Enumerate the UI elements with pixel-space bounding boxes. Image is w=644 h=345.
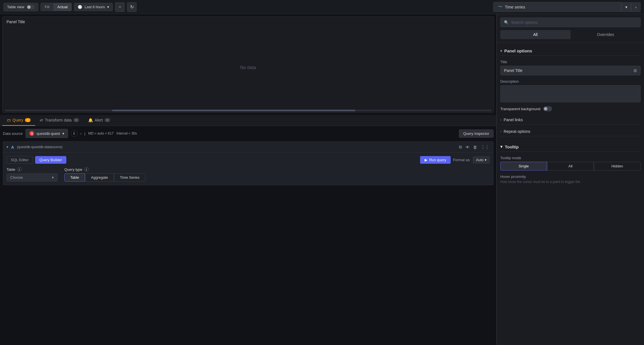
clock-icon: 🕐 (78, 5, 82, 9)
tab-query[interactable]: 🗃 Query 1 (2, 115, 35, 126)
tooltip-all-button[interactable]: All (547, 162, 594, 171)
tooltip-mode-field-row: Tooltip mode Single All Hidden (500, 156, 641, 171)
time-series-icon: 〜 (498, 4, 503, 10)
query-tab-label: Query (12, 118, 23, 122)
title-label: Title (500, 60, 641, 64)
meta-md: MD = auto = 617 (88, 131, 113, 135)
tooltip-chevron-icon: ▾ (500, 144, 503, 149)
time-chevron-icon: ▾ (107, 5, 109, 9)
panel-options-content: Title Panel Title ⊞ Description Transpar… (500, 60, 641, 136)
datasource-row: Data source Q questdb-quest ▾ ℹ › | MD =… (3, 129, 493, 138)
tooltip-content: Tooltip mode Single All Hidden Hover pro… (500, 156, 641, 184)
left-panel: Panel Title No data 🗃 Query 1 ⇄ Transfor… (0, 14, 497, 345)
datasource-chevron-icon: ▾ (62, 131, 64, 136)
tooltip-section-header[interactable]: ▾ Tooltip (500, 142, 641, 152)
collapse-icon[interactable]: ▾ (7, 145, 8, 149)
zoom-out-button[interactable]: − (115, 2, 125, 12)
more-options-button[interactable]: ⋮⋮ (480, 144, 490, 150)
query-editor: Data source Q questdb-quest ▾ ℹ › | MD =… (0, 126, 496, 345)
query-db-icon: 🗃 (7, 118, 11, 122)
format-select[interactable]: Auto ▾ (473, 156, 490, 163)
toggle-visibility-button[interactable]: 👁 (465, 144, 470, 150)
sql-editor-button[interactable]: SQL Editor (7, 156, 33, 164)
tooltip-hidden-button[interactable]: Hidden (594, 162, 641, 171)
title-field-row: Title Panel Title ⊞ (500, 60, 641, 75)
panel-title: Panel Title (3, 17, 494, 27)
query-datasource-name: (questdb-questdb-datasource) (17, 145, 63, 149)
panel-links-section[interactable]: › Panel links (500, 115, 641, 125)
format-row: Format as: Auto ▾ (453, 156, 490, 163)
description-field-row: Description (500, 79, 641, 102)
datasource-info-button[interactable]: ℹ (71, 130, 78, 137)
query-builder-button[interactable]: Query Builder (35, 156, 66, 164)
table-view-switch[interactable] (27, 5, 35, 9)
copy-query-button[interactable]: ⧉ (458, 144, 463, 150)
delete-query-button[interactable]: 🗑 (473, 144, 478, 150)
query-letter: A (11, 145, 14, 150)
tab-transform[interactable]: ⇄ Transform data 0 (35, 115, 84, 126)
tab-alert[interactable]: 🔔 Alert 0 (84, 115, 115, 126)
panel-options-chevron-icon: ▾ (500, 49, 502, 53)
transparent-bg-toggle[interactable] (543, 106, 552, 111)
table-select[interactable]: Choose ▾ (7, 173, 58, 182)
search-options-container: 🔍 (500, 18, 641, 27)
transform-icon: ⇄ (40, 118, 43, 122)
horizontal-scrollbar[interactable] (5, 110, 492, 111)
time-range-label: Last 6 hours (84, 5, 105, 9)
table-field-label: Table ℹ (7, 167, 58, 172)
datasource-select[interactable]: Q questdb-quest ▾ (26, 129, 68, 138)
run-icon: ▶ (425, 158, 427, 162)
query-type-label: Query type ℹ (64, 167, 145, 172)
scrollbar-thumb (112, 110, 355, 111)
query-type-info-icon[interactable]: ℹ (84, 167, 89, 172)
query-type-label-text: Query type (64, 167, 82, 172)
meta-bar-icon: | (84, 131, 85, 136)
meta-arrows-icon: › (80, 131, 82, 136)
tooltip-mode-label: Tooltip mode (500, 156, 641, 160)
run-query-button[interactable]: ▶ Run query (420, 156, 451, 164)
query-tab-badge: 1 (25, 118, 31, 122)
format-chevron-icon: ▾ (485, 158, 487, 162)
table-placeholder: Choose (10, 175, 23, 180)
query-type-timeseries-button[interactable]: Time Series (114, 173, 145, 182)
right-panel-header: 🔍 All Overrides (497, 14, 644, 43)
hover-proximity-label: Hover proximity (500, 174, 641, 179)
time-range-picker[interactable]: 🕐 Last 6 hours ▾ (74, 3, 113, 11)
transform-tab-badge: 0 (73, 118, 79, 122)
alert-tab-label: Alert (95, 118, 103, 122)
format-label: Format as: (453, 158, 471, 162)
description-input[interactable] (500, 85, 641, 102)
all-tab[interactable]: All (500, 30, 571, 39)
tooltip-mode-group: Single All Hidden (500, 162, 641, 171)
query-block-body: SQL Editor Query Builder ▶ Run query For… (3, 153, 493, 185)
panel-type-button[interactable]: 〜 Time series (493, 2, 621, 12)
panel-options-section-header[interactable]: ▾ Panel options (500, 46, 641, 56)
query-type-table-button[interactable]: Table (64, 173, 85, 182)
panel-type-dropdown[interactable]: ▾ (621, 2, 631, 12)
meta-interval: Interval = 30s (116, 131, 137, 135)
table-query-row: Table ℹ Choose ▾ Query type ℹ (7, 167, 490, 182)
actual-button[interactable]: Actual (53, 3, 71, 11)
query-block-actions: ⧉ 👁 🗑 ⋮⋮ (458, 144, 490, 150)
table-view-label: Table view (7, 5, 24, 9)
fill-actual-group: Fill Actual (41, 3, 72, 11)
panel-nav-next[interactable]: › (631, 2, 641, 12)
main-content: Panel Title No data 🗃 Query 1 ⇄ Transfor… (0, 14, 644, 345)
overrides-tab[interactable]: Overrides (571, 30, 641, 39)
datasource-label: Data source (3, 131, 23, 136)
fill-button[interactable]: Fill (41, 3, 54, 11)
refresh-button[interactable]: ↻ (127, 2, 137, 12)
title-input-icon: ⊞ (634, 68, 637, 73)
title-input[interactable]: Panel Title ⊞ (500, 66, 641, 75)
search-options-input[interactable] (511, 20, 637, 25)
query-type-field-group: Query type ℹ Table Aggregate Time Series (64, 167, 145, 182)
repeat-options-section[interactable]: › Repeat options (500, 127, 641, 136)
table-info-icon[interactable]: ℹ (17, 167, 22, 172)
query-type-aggregate-button[interactable]: Aggregate (85, 173, 114, 182)
panel-links-chevron-icon: › (500, 118, 501, 122)
query-inspector-button[interactable]: Query inspector (459, 129, 493, 138)
all-overrides-tabs: All Overrides (500, 30, 641, 39)
zoom-icon: − (118, 5, 121, 10)
table-view-toggle[interactable]: Table view (3, 3, 38, 11)
tooltip-single-button[interactable]: Single (500, 162, 547, 171)
